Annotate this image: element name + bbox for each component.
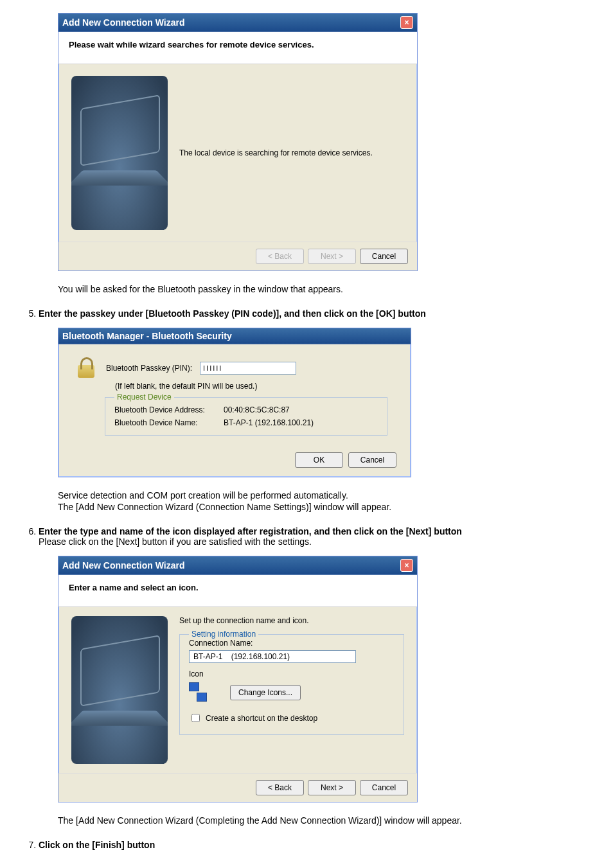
shortcut-label: Create a shortcut on the desktop <box>206 714 317 723</box>
bt-security-window: Bluetooth Manager - Bluetooth Security B… <box>58 328 411 477</box>
titlebar: Add New Connection Wizard × <box>58 556 417 575</box>
setting-information-group: Setting information Connection Name: Ico… <box>179 634 404 735</box>
icon-label: Icon <box>189 669 395 678</box>
button-row: OK Cancel <box>58 448 411 477</box>
window-title: Add New Connection Wizard <box>62 17 184 28</box>
request-device-group: Request Device Bluetooth Device Address:… <box>105 397 387 436</box>
titlebar: Bluetooth Manager - Bluetooth Security <box>58 328 411 344</box>
name-value: BT-AP-1 (192.168.100.21) <box>224 418 314 427</box>
window-title: Bluetooth Manager - Bluetooth Security <box>62 331 232 341</box>
step-6-text: Enter the type and name of the icon disp… <box>39 526 462 536</box>
icon-row: Change Icons... <box>189 682 395 703</box>
laptop-illustration <box>71 616 168 764</box>
doc-text-after-wizard1: You will be asked for the Bluetooth pass… <box>58 284 594 294</box>
wizard-body: The local device is searching for remote… <box>58 64 417 242</box>
doc-text-after-wizard2: The [Add New Connection Wizard (Completi… <box>58 815 594 826</box>
step-6: Enter the type and name of the icon disp… <box>39 526 594 547</box>
wizard-name-icon-window: Add New Connection Wizard × Enter a name… <box>58 556 418 802</box>
lock-icon <box>74 356 98 380</box>
cancel-button[interactable]: Cancel <box>348 452 396 468</box>
next-button[interactable]: Next > <box>308 780 356 795</box>
doc-text-after-sec2: The [Add New Connection Wizard (Connecti… <box>58 502 594 512</box>
address-value: 00:40:8C:5C:8C:87 <box>224 405 290 414</box>
device-address-row: Bluetooth Device Address: 00:40:8C:5C:8C… <box>114 405 378 414</box>
wizard-header: Enter a name and select an icon. <box>58 575 417 607</box>
change-icons-button[interactable]: Change Icons... <box>230 685 301 700</box>
button-row: < Back Next > Cancel <box>58 242 417 270</box>
group-legend: Setting information <box>189 630 258 639</box>
security-body: Bluetooth Passkey (PIN): (If left blank,… <box>58 344 411 448</box>
passkey-row: Bluetooth Passkey (PIN): <box>74 356 395 380</box>
status-message: The local device is searching for remote… <box>179 148 373 157</box>
next-button: Next > <box>308 249 356 264</box>
step-5-text: Enter the passkey under [Bluetooth Passk… <box>39 308 426 319</box>
laptop-illustration <box>71 76 168 230</box>
passkey-hint: (If left blank, the default PIN will be … <box>115 382 395 391</box>
address-label: Bluetooth Device Address: <box>114 405 224 414</box>
device-name-row: Bluetooth Device Name: BT-AP-1 (192.168.… <box>114 418 378 427</box>
step-7-text: Click on the [Finish] button <box>39 840 155 850</box>
ok-button[interactable]: OK <box>295 452 343 468</box>
network-icon <box>189 682 212 703</box>
cancel-button[interactable]: Cancel <box>360 780 408 795</box>
shortcut-checkbox-row[interactable]: Create a shortcut on the desktop <box>189 712 395 724</box>
connection-name-input[interactable] <box>189 650 356 663</box>
wizard-searching-window: Add New Connection Wizard × Please wait … <box>58 13 418 271</box>
right-panel: Set up the connection name and icon. Set… <box>179 616 404 764</box>
doc-text-after-sec1: Service detection and COM port creation … <box>58 490 594 500</box>
back-button: < Back <box>256 249 304 264</box>
wizard-header: Please wait while wizard searches for re… <box>58 32 417 64</box>
button-row: < Back Next > Cancel <box>58 773 417 802</box>
name-label: Bluetooth Device Name: <box>114 418 224 427</box>
shortcut-checkbox[interactable] <box>191 714 200 722</box>
step-7: Click on the [Finish] button <box>39 840 594 850</box>
close-icon[interactable]: × <box>400 559 413 572</box>
close-icon[interactable]: × <box>400 16 413 29</box>
group-legend: Request Device <box>114 393 174 402</box>
setup-message: Set up the connection name and icon. <box>179 616 404 625</box>
step-6-sub: Please click on the [Next] button if you… <box>39 536 312 547</box>
passkey-label: Bluetooth Passkey (PIN): <box>106 364 192 373</box>
wizard-body: Set up the connection name and icon. Set… <box>58 607 417 773</box>
passkey-input[interactable] <box>200 362 296 375</box>
connection-name-label: Connection Name: <box>189 639 395 648</box>
window-title: Add New Connection Wizard <box>62 560 184 571</box>
step-5: Enter the passkey under [Bluetooth Passk… <box>39 308 594 319</box>
back-button[interactable]: < Back <box>256 780 304 795</box>
cancel-button[interactable]: Cancel <box>360 249 408 264</box>
titlebar: Add New Connection Wizard × <box>58 13 417 32</box>
